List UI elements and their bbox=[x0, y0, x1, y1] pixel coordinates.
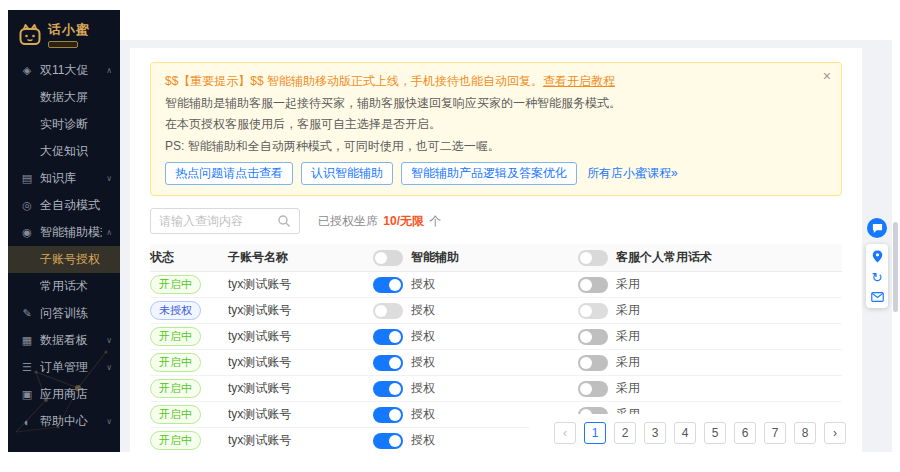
seats-label: 已授权坐席 bbox=[318, 214, 378, 228]
floating-toolbar: ↻ bbox=[866, 218, 888, 308]
phrases-toggle[interactable] bbox=[578, 277, 608, 293]
sidebar-item[interactable]: 常用话术 bbox=[8, 273, 120, 300]
banner-buttons: 热点问题请点击查看 认识智能辅助 智能辅助产品逻辑及答案优化 bbox=[165, 162, 577, 185]
phrases-toggle[interactable] bbox=[578, 303, 608, 319]
page-button[interactable]: 6 bbox=[734, 422, 756, 444]
sidebar-item[interactable]: 实时诊断 bbox=[8, 111, 120, 138]
banner-button[interactable]: 认识智能辅助 bbox=[301, 162, 393, 185]
banner-line: PS: 智能辅助和全自动两种模式，可同时使用，也可二选一喔。 bbox=[165, 136, 811, 158]
account-name: tyx测试账号 bbox=[228, 432, 373, 449]
sidebar-item-label: 问答训练 bbox=[40, 305, 88, 322]
content-card: × $$【重要提示】$$ 智能辅助移动版正式上线，手机接待也能自动回复。查看开启… bbox=[130, 48, 862, 452]
account-name: tyx测试账号 bbox=[228, 406, 373, 423]
sidebar-item-label: 数据大屏 bbox=[40, 89, 88, 106]
sidebar-item[interactable]: ☰ 订单管理 bbox=[8, 354, 120, 381]
scrollbar-thumb[interactable] bbox=[893, 222, 898, 312]
page-button[interactable]: 7 bbox=[764, 422, 786, 444]
assist-label: 授权 bbox=[411, 328, 435, 345]
authorized-seats: 已授权坐席 10/无限 个 bbox=[318, 213, 441, 230]
page-button[interactable]: 8 bbox=[794, 422, 816, 444]
sidebar-item[interactable]: ▤ 知识库 bbox=[8, 165, 120, 192]
assist-toggle[interactable] bbox=[373, 433, 403, 449]
sidebar-item-label: 全自动模式 bbox=[40, 197, 100, 214]
search-input[interactable] bbox=[159, 214, 277, 228]
sidebar-item[interactable]: ◐ 帮助中心 bbox=[8, 408, 120, 435]
page-button[interactable]: 2 bbox=[614, 422, 636, 444]
mail-icon[interactable] bbox=[871, 292, 884, 302]
page-button[interactable]: 5 bbox=[704, 422, 726, 444]
app-title: 话小蜜 bbox=[48, 21, 90, 39]
content-region: × $$【重要提示】$$ 智能辅助移动版正式上线，手机接待也能自动回复。查看开启… bbox=[120, 40, 892, 452]
table-row: 开启中 tyx测试账号 授权 采用 bbox=[150, 324, 842, 350]
assist-toggle[interactable] bbox=[373, 407, 403, 423]
assist-toggle[interactable] bbox=[373, 329, 403, 345]
table-header: 状态 子账号名称 智能辅助 客服个人常用话术 bbox=[150, 244, 842, 272]
status-badge: 开启中 bbox=[150, 327, 201, 346]
sidebar-item[interactable]: ✎ 问答训练 bbox=[8, 300, 120, 327]
prev-page-button[interactable]: ‹ bbox=[554, 422, 576, 444]
store-icon: ▣ bbox=[20, 388, 34, 401]
close-icon[interactable]: × bbox=[823, 69, 831, 83]
page-button[interactable]: 4 bbox=[674, 422, 696, 444]
assist-label: 授权 bbox=[411, 406, 435, 423]
table-row: 未授权 tyx测试账号 授权 采用 bbox=[150, 298, 842, 324]
history-icon[interactable]: ↻ bbox=[872, 271, 883, 284]
search-icon[interactable] bbox=[277, 214, 291, 228]
assist-toggle[interactable] bbox=[373, 381, 403, 397]
notice-banner: × $$【重要提示】$$ 智能辅助移动版正式上线，手机接待也能自动回复。查看开启… bbox=[150, 62, 842, 196]
search-box bbox=[150, 208, 300, 234]
sidebar-item-label: 订单管理 bbox=[40, 359, 88, 376]
sidebar-item[interactable]: ▣ 应用商店 bbox=[8, 381, 120, 408]
chat-icon[interactable] bbox=[867, 218, 887, 238]
phrases-master-toggle[interactable] bbox=[578, 250, 608, 266]
chevron-icon bbox=[102, 363, 112, 372]
chevron-icon bbox=[102, 174, 112, 183]
table-row: 开启中 tyx测试账号 授权 采用 bbox=[150, 376, 842, 402]
all-courses-link[interactable]: 所有店小蜜课程» bbox=[587, 163, 678, 185]
status-badge: 开启中 bbox=[150, 379, 201, 398]
chevron-icon bbox=[102, 417, 112, 426]
next-page-button[interactable]: › bbox=[824, 422, 846, 444]
assist-icon: ◉ bbox=[20, 226, 34, 239]
assist-toggle[interactable] bbox=[373, 303, 403, 319]
sidebar-item[interactable]: ◉ 智能辅助模式 bbox=[8, 219, 120, 246]
sidebar-item[interactable]: 数据大屏 bbox=[8, 84, 120, 111]
sidebar-item[interactable]: ▦ 数据看板 bbox=[8, 327, 120, 354]
sidebar-item[interactable]: 大促知识 bbox=[8, 138, 120, 165]
account-name: tyx测试账号 bbox=[228, 302, 373, 319]
sidebar-menu: ◈ 双11大促 数据大屏 实时诊断 大 bbox=[8, 57, 120, 435]
assist-toggle[interactable] bbox=[373, 355, 403, 371]
phrases-toggle[interactable] bbox=[578, 329, 608, 345]
sidebar-item-label: 智能辅助模式 bbox=[40, 224, 102, 241]
banner-line: 智能辅助是辅助客服一起接待买家，辅助客服快速回复响应买家的一种智能服务模式。 bbox=[165, 93, 811, 115]
sidebar-item[interactable]: 子账号授权 bbox=[8, 246, 120, 273]
sidebar-item-label: 子账号授权 bbox=[40, 251, 100, 268]
auto-icon: ◎ bbox=[20, 199, 34, 212]
assist-toggle[interactable] bbox=[373, 277, 403, 293]
tutorial-link[interactable]: 查看开启教程 bbox=[543, 74, 615, 88]
sidebar-item-label: 数据看板 bbox=[40, 332, 88, 349]
assist-label: 授权 bbox=[411, 302, 435, 319]
status-badge: 开启中 bbox=[150, 405, 201, 424]
page-button[interactable]: 3 bbox=[644, 422, 666, 444]
seats-unit: 个 bbox=[429, 214, 441, 228]
banner-title: $$【重要提示】$$ 智能辅助移动版正式上线，手机接待也能自动回复。 bbox=[165, 74, 543, 88]
location-icon[interactable] bbox=[872, 250, 883, 263]
status-badge: 开启中 bbox=[150, 275, 201, 294]
phrases-toggle[interactable] bbox=[578, 355, 608, 371]
logo-badge bbox=[48, 41, 78, 48]
account-name: tyx测试账号 bbox=[228, 380, 373, 397]
assist-master-toggle[interactable] bbox=[373, 250, 403, 266]
banner-button[interactable]: 热点问题请点击查看 bbox=[165, 162, 293, 185]
search-row: 已授权坐席 10/无限 个 bbox=[150, 208, 842, 234]
seats-value: 10/无限 bbox=[383, 214, 424, 228]
promo-icon: ◈ bbox=[20, 64, 34, 77]
sidebar-item[interactable]: ◈ 双11大促 bbox=[8, 57, 120, 84]
table-row: 开启中 tyx测试账号 授权 采用 bbox=[150, 350, 842, 376]
account-name: tyx测试账号 bbox=[228, 328, 373, 345]
page-button[interactable]: 1 bbox=[584, 422, 606, 444]
phrases-toggle[interactable] bbox=[578, 381, 608, 397]
sidebar-item-label: 知识库 bbox=[40, 170, 76, 187]
sidebar-item[interactable]: ◎ 全自动模式 bbox=[8, 192, 120, 219]
banner-button[interactable]: 智能辅助产品逻辑及答案优化 bbox=[401, 162, 577, 185]
